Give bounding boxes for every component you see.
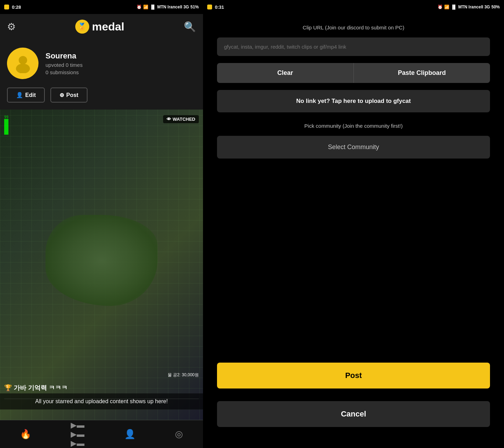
nav-feed[interactable]: ▶▬▶▬▶▬ [71,421,84,448]
left-status-bar: 0:28 ⏰ 📶 ▐▌ MTN Irancell 3G 51% [0,0,203,14]
search-icon[interactable]: 🔍 [184,21,196,33]
community-label: Pick community (Join the community first… [217,123,490,129]
post-profile-button[interactable]: ⊕ Post [50,88,88,103]
empty-state-text: All your starred and uploaded content sh… [0,393,203,410]
logo-text: medal [92,20,124,33]
paste-clipboard-button[interactable]: Paste Clipboard [354,63,490,83]
avatar [7,48,38,79]
watched-text: WATCHED [173,117,195,122]
bottom-nav: 🔥 ▶▬▶▬▶▬ 👤 ◎ [0,420,203,448]
right-panel: 0:31 ⏰ 📶 ▐▌ MTN Irancell 3G 50% Clip URL… [203,0,504,448]
select-community-button[interactable]: Select Community [217,136,490,159]
plus-icon: ⊕ [59,92,64,98]
recording-indicator [4,5,9,9]
clear-button[interactable]: Clear [217,63,354,83]
logo-area: 🏅 medal [75,20,124,34]
left-time: 0:28 [12,5,21,10]
video-thumbnail[interactable]: 99████████ 👁 WATCHED 물 공2: 30,000원 🏆 가바 … [0,110,203,420]
nav-circle[interactable]: ◎ [175,429,183,440]
money-overlay: 물 공2: 30,000원 [168,372,199,378]
feed-icon: ▶▬▶▬▶▬ [71,421,84,448]
edit-label: Edit [25,92,36,98]
trophy-icon: 🏆 [4,384,12,391]
right-wifi-icon: 📶 [444,5,449,9]
action-buttons-row: Clear Paste Clipboard [217,63,490,83]
profile-info: Sourena upvoted 0 times 0 submissions [46,51,83,75]
signal-icon: ▐▌ [150,5,156,9]
post-main-button[interactable]: Post [217,363,490,388]
watched-badge: 👁 WATCHED [163,115,199,123]
url-input[interactable] [217,37,490,56]
right-time: 0:31 [215,5,224,10]
wifi-icon: 📶 [143,5,148,9]
right-battery-text: 50% [491,5,500,9]
content-area: 99████████ 👁 WATCHED 물 공2: 30,000원 🏆 가바 … [0,110,203,420]
left-status-icons: ⏰ 📶 ▐▌ MTN Irancell 3G 51% [136,5,199,9]
person-icon: 👤 [16,92,23,98]
clip-url-label: Clip URL (Join our discord to submit on … [217,24,490,30]
svg-point-1 [16,64,30,73]
alarm-icon: ⏰ [136,5,142,9]
right-content: Clip URL (Join our discord to submit on … [203,14,504,448]
logo-icon: 🏅 [75,20,89,34]
spacer [217,166,490,356]
right-recording-dot [207,5,212,9]
submissions-stat: 0 submissions [46,69,83,75]
island-shape [46,215,158,306]
hud-overlay: 99████████ [4,115,8,134]
svg-point-0 [19,56,27,64]
korean-label: 가바 기억력 ㅋㅋㅋ [14,384,68,391]
right-carrier-text: MTN Irancell 3G [458,5,490,9]
nav-fire[interactable]: 🔥 [20,429,31,440]
nav-profile[interactable]: 👤 [124,429,135,440]
right-alarm-icon: ⏰ [438,5,443,9]
top-nav: ⚙ 🏅 medal 🔍 [0,14,203,39]
upvotes-stat: upvoted 0 times [46,62,83,68]
action-buttons: 👤 Edit ⊕ Post [0,88,203,110]
korean-text: 🏆 가바 기억력 ㅋㅋㅋ [4,384,68,392]
settings-icon[interactable]: ⚙ [7,21,16,33]
circle-icon: ◎ [175,429,183,440]
battery-text: 51% [190,5,199,9]
profile-section: Sourena upvoted 0 times 0 submissions [0,39,203,88]
right-signal-icon: ▐▌ [451,5,457,9]
upload-gfycat-button[interactable]: No link yet? Tap here to upload to gfyca… [217,90,490,112]
edit-button[interactable]: 👤 Edit [7,88,45,103]
profile-icon: 👤 [124,429,135,440]
carrier-text: MTN Irancell 3G [157,5,189,9]
post-label: Post [66,92,78,98]
cancel-button[interactable]: Cancel [217,401,490,427]
fire-icon: 🔥 [20,429,31,440]
right-status-bar: 0:31 ⏰ 📶 ▐▌ MTN Irancell 3G 50% [203,0,504,14]
right-status-icons: ⏰ 📶 ▐▌ MTN Irancell 3G 50% [438,5,500,9]
eye-icon: 👁 [167,117,171,122]
profile-name: Sourena [46,51,83,61]
left-panel: 0:28 ⏰ 📶 ▐▌ MTN Irancell 3G 51% ⚙ 🏅 meda… [0,0,203,448]
